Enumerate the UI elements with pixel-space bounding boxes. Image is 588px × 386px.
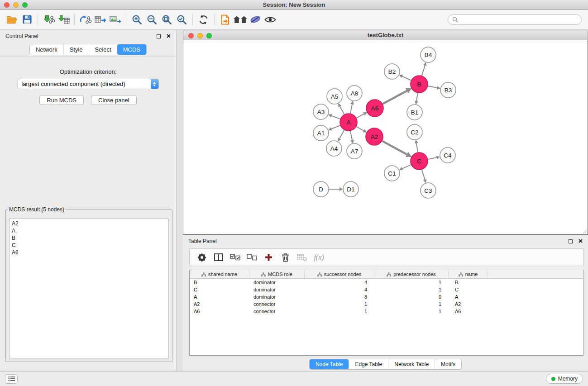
edge-A2-C[interactable]: [382, 141, 407, 155]
dropdown-stepper-icon: [151, 79, 158, 89]
table-delete-icon: [297, 253, 307, 262]
search-icon: [452, 17, 458, 23]
run-mcds-button[interactable]: Run MCDS: [39, 95, 84, 105]
table-cell: C: [449, 286, 488, 293]
search-input[interactable]: [460, 16, 577, 23]
edge-C-C4[interactable]: [428, 157, 437, 159]
search-field[interactable]: [448, 14, 582, 25]
table-tab-node-table[interactable]: Node Table: [310, 359, 349, 369]
add-column-icon[interactable]: [260, 250, 277, 264]
hide-graphics-details-icon[interactable]: [248, 12, 263, 27]
edge-A-A1[interactable]: [331, 125, 340, 129]
show-columns-icon[interactable]: [210, 250, 227, 264]
refresh-network-icon[interactable]: [196, 12, 211, 27]
clear-selection-icon[interactable]: [244, 250, 260, 264]
edge-A-A7[interactable]: [350, 131, 352, 140]
network-canvas-container: B4B2BB3A5A8A6B1A3AC2A1A2A4A7C4CC1C3DD1: [183, 40, 588, 235]
minimize-window-icon[interactable]: [13, 2, 19, 8]
delete-table-icon[interactable]: [294, 250, 311, 264]
node-label-B4: B4: [425, 52, 432, 58]
minimize-network-icon[interactable]: [197, 33, 203, 38]
float-table-panel-icon[interactable]: [569, 239, 573, 243]
task-history-button[interactable]: [5, 374, 18, 384]
edge-A-A8[interactable]: [350, 105, 352, 114]
network-navigator-icon[interactable]: [218, 12, 233, 27]
optimization-criterion-label: Optimization criterion:: [0, 68, 176, 75]
edge-C-C2[interactable]: [416, 143, 418, 152]
zoom-network-icon[interactable]: [206, 33, 212, 38]
export-image-icon[interactable]: [108, 12, 123, 27]
table-row[interactable]: Bdominator41B: [190, 279, 583, 286]
export-table-icon[interactable]: [93, 12, 108, 27]
floppy-icon: [23, 15, 32, 24]
edge-C-C3[interactable]: [422, 170, 425, 180]
column-header-successor-nodes[interactable]: successor nodes: [305, 270, 374, 278]
table-row[interactable]: Adominator80A: [190, 293, 583, 300]
reset-view-icon[interactable]: [233, 12, 248, 27]
tab-mcds[interactable]: MCDS: [117, 44, 146, 55]
zoom-in-icon[interactable]: [129, 12, 144, 27]
zoom-window-icon[interactable]: [22, 2, 28, 8]
edge-C-C1[interactable]: [402, 165, 411, 169]
magnifier-check-glyph: [177, 14, 187, 25]
table-row[interactable]: A2connector11A2: [190, 300, 583, 308]
mcds-result-item[interactable]: A: [12, 227, 166, 234]
table-tab-motifs[interactable]: Motifs: [435, 359, 461, 369]
mcds-result-item[interactable]: A6: [12, 249, 166, 256]
export-network-icon[interactable]: [78, 12, 93, 27]
close-window-icon[interactable]: [4, 2, 10, 8]
table-row[interactable]: A6connector11A6: [190, 308, 583, 315]
edge-B-B2[interactable]: [402, 76, 411, 81]
table-header-row: shared nameMCDS rolesuccessor nodesprede…: [190, 270, 583, 279]
mcds-result-item[interactable]: A2: [12, 220, 166, 227]
tab-select[interactable]: Select: [89, 44, 117, 55]
import-table-icon[interactable]: [56, 12, 71, 27]
node-table[interactable]: shared nameMCDS rolesuccessor nodesprede…: [189, 270, 583, 356]
column-header-name[interactable]: name: [449, 270, 488, 278]
mcds-result-item[interactable]: B: [12, 234, 166, 242]
edge-B-B1[interactable]: [416, 93, 418, 101]
select-all-icon[interactable]: [227, 250, 244, 264]
import-network-icon[interactable]: [41, 12, 56, 27]
close-panel-button[interactable]: Close panel: [91, 95, 137, 105]
open-session-icon[interactable]: [5, 12, 19, 27]
zoom-selected-icon[interactable]: [174, 12, 189, 27]
column-header-predecessor-nodes[interactable]: predecessor nodes: [374, 270, 449, 278]
attribute-icon: [261, 272, 266, 276]
edge-A-A3[interactable]: [331, 116, 340, 119]
close-network-icon[interactable]: [188, 33, 194, 38]
criterion-dropdown[interactable]: largest connected component (directed): [18, 79, 159, 89]
memory-button[interactable]: Memory: [546, 374, 583, 384]
function-builder-icon[interactable]: f(x): [311, 250, 327, 264]
table-row[interactable]: Cdominator41C: [190, 286, 583, 293]
edge-B-B3[interactable]: [428, 86, 437, 88]
close-table-panel-icon[interactable]: ×: [578, 238, 583, 245]
delete-column-icon[interactable]: [277, 250, 294, 264]
table-cell: 0: [374, 293, 449, 300]
column-header-shared-name[interactable]: shared name: [190, 270, 249, 278]
float-panel-icon[interactable]: [157, 34, 161, 38]
zoom-fit-icon[interactable]: [159, 12, 174, 27]
edge-A-A2[interactable]: [356, 127, 363, 131]
show-graphics-details-icon[interactable]: [263, 12, 277, 27]
edge-A-A5[interactable]: [340, 106, 344, 114]
network-canvas[interactable]: B4B2BB3A5A8A6B1A3AC2A1A2A4A7C4CC1C3DD1: [183, 40, 588, 234]
table-tab-edge-table[interactable]: Edge Table: [349, 359, 388, 369]
table-settings-icon[interactable]: [193, 250, 210, 264]
tab-style[interactable]: Style: [63, 44, 89, 55]
table-tab-network-table[interactable]: Network Table: [388, 359, 435, 369]
zoom-out-icon[interactable]: [144, 12, 159, 27]
tab-network[interactable]: Network: [30, 44, 63, 55]
edge-A6-B[interactable]: [383, 91, 407, 104]
control-panel-title: Control Panel: [5, 33, 38, 39]
table-panel-header: Table Panel ×: [183, 235, 588, 248]
resize-grip-icon[interactable]: [582, 229, 587, 234]
edge-B-B4[interactable]: [422, 66, 425, 76]
column-header-MCDS-role[interactable]: MCDS role: [249, 270, 305, 278]
close-panel-icon[interactable]: ×: [167, 33, 171, 40]
save-session-icon[interactable]: [19, 12, 34, 27]
edge-A-A4[interactable]: [339, 130, 344, 139]
edge-A-A6[interactable]: [357, 114, 364, 118]
mcds-result-item[interactable]: C: [12, 242, 166, 249]
mcds-result-list[interactable]: A2ABCA6: [9, 219, 169, 358]
